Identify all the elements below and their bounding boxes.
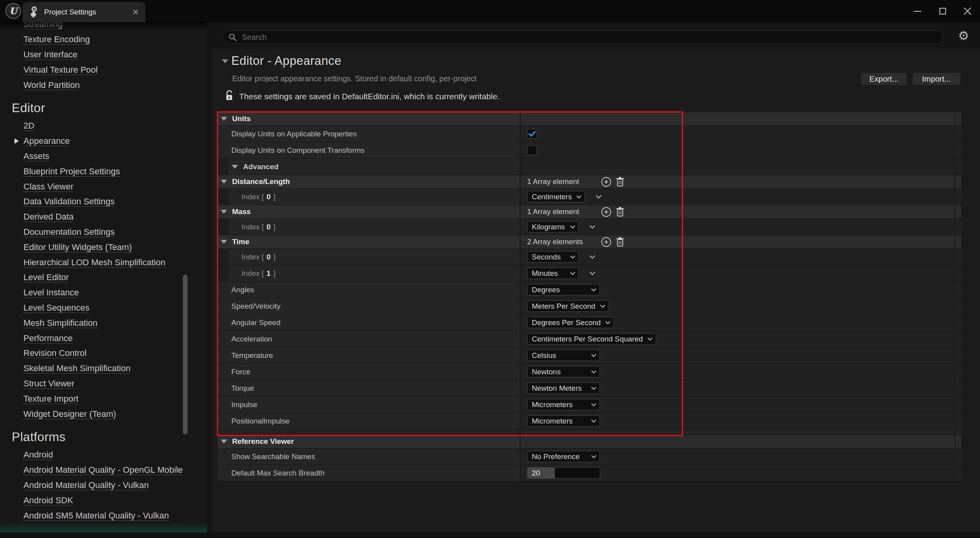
sidebar-item[interactable]: Class Viewer (0, 179, 207, 194)
project-settings-icon: ⚙ (29, 7, 39, 17)
dropdown-angular-speed[interactable]: Degrees Per Second (527, 317, 614, 328)
sidebar-item[interactable]: Android Material Quality - OpenGL Mobile (0, 463, 207, 478)
sidebar-item[interactable]: Skeletal Mesh Simplification (0, 361, 207, 376)
dropdown-time-unit-0[interactable]: Seconds (527, 251, 579, 263)
checkbox-display-units-transforms[interactable] (527, 145, 537, 155)
dropdown-force[interactable]: Newtons (527, 366, 600, 377)
dropdown-angles[interactable]: Degrees (527, 284, 600, 295)
sidebar-item[interactable]: 2D (0, 118, 207, 134)
sidebar-item[interactable]: Revision Control (0, 346, 207, 361)
property-row-acceleration: Acceleration Centimeters Per Second Squa… (218, 331, 961, 347)
sidebar-item[interactable]: Texture Encoding (0, 32, 207, 47)
minimize-button[interactable] (905, 0, 930, 22)
writable-notice: These settings are saved in DefaultEdito… (239, 92, 499, 101)
sidebar-section-editor: Editor (0, 93, 207, 118)
sidebar-item[interactable]: World Partition (0, 77, 207, 93)
sidebar-item[interactable]: Android Material Quality - Vulkan (0, 478, 207, 493)
dropdown-temperature[interactable]: Celsius (527, 350, 600, 361)
property-row-force: Force Newtons (218, 364, 961, 380)
dropdown-positional-impulse[interactable]: Micrometers (527, 415, 600, 427)
search-input[interactable] (241, 32, 938, 42)
chevron-down-icon (577, 193, 582, 198)
category-row-distance-length[interactable]: Distance/Length 1 Array element (218, 175, 961, 189)
dropdown-distance-unit[interactable]: Centimeters (527, 191, 585, 202)
sidebar-scrollbar-thumb[interactable] (183, 275, 188, 434)
tab-title: Project Settings (44, 8, 132, 16)
sidebar-item[interactable]: Documentation Settings (0, 225, 207, 240)
selected-arrow-icon (14, 138, 19, 144)
close-button[interactable] (955, 0, 980, 22)
sidebar-item[interactable]: Derived Data (0, 209, 207, 225)
dropdown-time-unit-1[interactable]: Minutes (527, 268, 579, 279)
subcategory-row-advanced[interactable]: Advanced (218, 159, 961, 175)
chevron-down-icon (591, 352, 596, 357)
expand-triangle-icon (221, 180, 227, 184)
section-collapse-icon[interactable] (222, 59, 228, 63)
dropdown-acceleration[interactable]: Centimeters Per Second Squared (527, 333, 656, 345)
dropdown-show-searchable-names[interactable]: No Preference (527, 451, 600, 462)
sidebar-item[interactable]: Editor Utility Widgets (Team) (0, 240, 207, 255)
add-element-icon[interactable] (601, 177, 612, 187)
sidebar-item[interactable]: Level Instance (0, 285, 207, 300)
sidebar-item[interactable]: Level Sequences (0, 300, 207, 316)
add-element-icon[interactable] (601, 207, 612, 217)
import-button[interactable]: Import... (912, 73, 960, 85)
category-row-time[interactable]: Time 2 Array elements (218, 235, 961, 249)
sidebar-item[interactable]: Mesh Simplification (0, 315, 207, 331)
sidebar-item[interactable]: Level Editor (0, 270, 207, 285)
minimize-icon (914, 11, 921, 12)
category-row-mass[interactable]: Mass 1 Array element (218, 205, 961, 219)
indent-gutter (218, 265, 229, 281)
category-row-units[interactable]: Units (218, 112, 961, 126)
delete-elements-icon[interactable] (616, 237, 624, 247)
delete-elements-icon[interactable] (616, 177, 624, 187)
sidebar-item[interactable]: Appearance (0, 134, 207, 149)
sidebar-item[interactable]: Streaming (0, 22, 207, 32)
delete-elements-icon[interactable] (616, 207, 624, 217)
export-button[interactable]: Export... (861, 73, 907, 85)
sidebar-item[interactable]: Data Validation Settings (0, 194, 207, 209)
sidebar-item[interactable]: Texture Import (0, 391, 207, 406)
element-options-chevron-icon[interactable] (590, 270, 595, 275)
indent-gutter (218, 249, 229, 265)
search-bar[interactable] (223, 30, 944, 44)
sidebar-item[interactable]: Android (0, 447, 207, 463)
dropdown-impulse[interactable]: Micrometers (527, 399, 600, 410)
expand-triangle-icon (221, 210, 227, 214)
sidebar-item[interactable]: Struct Viewer (0, 376, 207, 391)
category-row-reference-viewer[interactable]: Reference Viewer (218, 435, 961, 449)
sidebar-item[interactable]: Assets (0, 149, 207, 164)
sidebar-section-platforms: Platforms (0, 422, 207, 447)
search-icon (229, 33, 236, 41)
tab-close-icon[interactable] (132, 9, 139, 16)
settings-gear-icon[interactable]: ⚙ (957, 29, 971, 43)
checkbox-display-units-applicable[interactable] (527, 129, 537, 139)
element-options-chevron-icon[interactable] (590, 223, 595, 229)
max-search-breadth-input[interactable]: 20 (527, 467, 600, 479)
property-row-impulse: Impulse Micrometers (218, 397, 961, 413)
sidebar-item[interactable]: Android SM5 Material Quality - Vulkan (0, 508, 207, 523)
sidebar-item[interactable]: Hierarchical LOD Mesh Simplification (0, 255, 207, 270)
sidebar-platforms-list: Android Android Material Quality - OpenG… (0, 447, 207, 523)
sidebar-item[interactable]: Android SDK (0, 493, 207, 508)
dropdown-mass-unit[interactable]: Kilograms (527, 221, 579, 232)
property-row-speed-velocity: Speed/Velocity Meters Per Second (218, 298, 961, 315)
tab-project-settings[interactable]: ⚙ Project Settings (23, 2, 145, 22)
sidebar-item[interactable]: Widget Designer (Team) (0, 406, 207, 422)
property-row-torque: Torque Newton Meters (218, 380, 961, 397)
sidebar-item[interactable]: Virtual Texture Pool (0, 62, 207, 77)
maximize-button[interactable] (930, 0, 955, 22)
element-options-chevron-icon[interactable] (596, 193, 601, 198)
dropdown-torque[interactable]: Newton Meters (527, 382, 600, 394)
open-padlock-icon (225, 90, 234, 102)
dropdown-speed-velocity[interactable]: Meters Per Second (527, 300, 609, 312)
expand-triangle-icon (221, 240, 227, 244)
sidebar-item[interactable]: Performance (0, 331, 207, 346)
element-options-chevron-icon[interactable] (590, 253, 595, 259)
property-row-show-searchable-names: Show Searchable Names No Preference (218, 449, 961, 465)
sidebar-item[interactable]: Blueprint Project Settings (0, 164, 207, 179)
add-element-icon[interactable] (601, 237, 612, 247)
array-index-row-mass-0: Index [ 0 ] Kilograms (218, 219, 961, 235)
property-row-angular-speed: Angular Speed Degrees Per Second (218, 315, 961, 331)
sidebar-item[interactable]: User Interface (0, 47, 207, 63)
